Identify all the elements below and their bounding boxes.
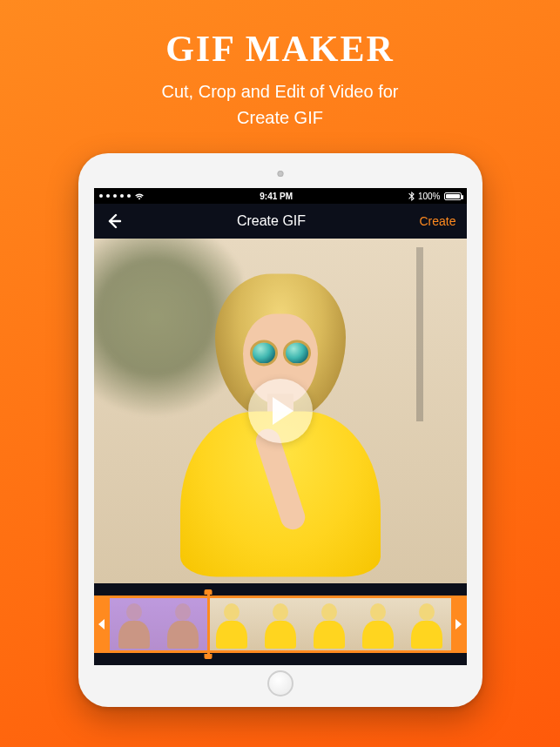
status-right: 100%	[408, 192, 462, 201]
status-left	[99, 192, 145, 200]
back-button[interactable]	[105, 212, 124, 231]
hero-subtitle-line1: Cut, Crop and Edit of Video for	[161, 82, 398, 101]
signal-dot-icon	[106, 194, 110, 198]
chevron-left-icon	[98, 619, 105, 629]
battery-percent: 100%	[418, 192, 441, 201]
hero-subtitle: Cut, Crop and Edit of Video for Create G…	[161, 78, 398, 131]
trim-handle-left[interactable]	[94, 596, 110, 653]
status-time: 9:41 PM	[260, 192, 293, 201]
timeline-frame[interactable]	[305, 598, 354, 650]
wifi-icon	[134, 192, 145, 200]
signal-dot-icon	[113, 194, 117, 198]
screen-title: Create GIF	[237, 213, 306, 229]
bottom-padding	[94, 658, 467, 665]
timeline-frame[interactable]	[110, 598, 159, 650]
hero-subtitle-line2: Create GIF	[237, 108, 323, 127]
bluetooth-icon	[408, 192, 415, 201]
video-preview[interactable]	[94, 239, 467, 583]
timeline-frames[interactable]	[110, 596, 451, 653]
background-pole	[416, 247, 423, 421]
playhead[interactable]	[207, 593, 210, 656]
arrow-left-icon	[105, 212, 123, 230]
timeline	[94, 596, 467, 658]
tablet-frame: 9:41 PM 100% Create GIF	[78, 153, 482, 707]
app-header: Create GIF Create	[94, 204, 467, 239]
signal-dot-icon	[99, 194, 103, 198]
promo-stage: GIF MAKER Cut, Crop and Edit of Video fo…	[0, 0, 560, 747]
battery-icon	[444, 192, 462, 200]
status-bar: 9:41 PM 100%	[94, 188, 467, 204]
timeline-frame[interactable]	[256, 598, 305, 650]
timeline-frame[interactable]	[207, 598, 256, 650]
trim-handle-right[interactable]	[451, 596, 467, 653]
hero-title: GIF MAKER	[165, 28, 395, 70]
play-icon	[273, 397, 293, 425]
timeline-frame[interactable]	[354, 598, 402, 650]
timeline-frame[interactable]	[159, 598, 207, 650]
divider	[94, 583, 467, 596]
play-button[interactable]	[248, 379, 313, 443]
app-screen: 9:41 PM 100% Create GIF	[94, 188, 467, 665]
chevron-right-icon	[455, 619, 462, 629]
create-action[interactable]: Create	[419, 214, 455, 228]
signal-dot-icon	[120, 194, 124, 198]
timeline-frame[interactable]	[402, 598, 451, 650]
signal-dot-icon	[127, 194, 131, 198]
tablet-home-button[interactable]	[267, 670, 293, 697]
